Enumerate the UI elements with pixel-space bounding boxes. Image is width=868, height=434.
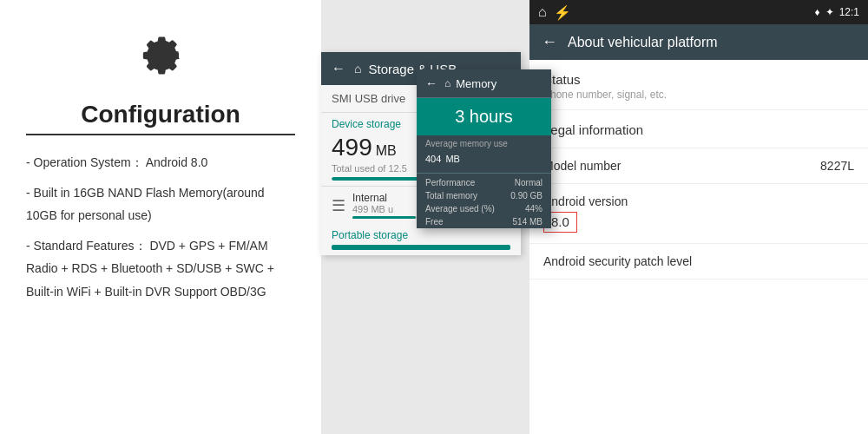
- gear-icon: [130, 26, 191, 90]
- avg-pct-value: 44%: [525, 204, 542, 214]
- model-number-value: 8227L: [820, 159, 854, 173]
- config-divider: [26, 134, 295, 135]
- memory-home-icon[interactable]: ⌂: [444, 77, 450, 89]
- storage-home-icon[interactable]: ⌂: [354, 62, 361, 76]
- memory-avg-number: 404: [425, 154, 441, 164]
- memory-avg-unit: MB: [445, 154, 460, 164]
- model-number-label: Model number: [543, 159, 621, 173]
- memory-free-row: Free 514 MB: [417, 215, 551, 228]
- memory-avg-pct-row: Average used (%) 44%: [417, 202, 551, 215]
- memory-title: Memory: [456, 77, 496, 90]
- memory-header: ← ⌂ Memory: [417, 69, 551, 98]
- perf-label: Performance: [425, 178, 475, 187]
- legal-title: Legal information: [543, 122, 854, 137]
- config-item-1: - Built in 16GB NAND Flash Memory(around…: [26, 181, 295, 227]
- portable-bar: [332, 245, 510, 250]
- free-label: Free: [425, 217, 444, 227]
- location-icon: ♦: [815, 6, 820, 18]
- storage-back-button[interactable]: ←: [332, 61, 345, 76]
- memory-avg-value: 404 MB: [417, 148, 551, 170]
- memory-avg-label: Average memory use: [417, 135, 551, 148]
- config-title: Configuration: [81, 101, 240, 128]
- android-version-label: Android version: [543, 194, 628, 208]
- status-title: Status: [543, 72, 854, 87]
- memory-hours-display: 3 hours: [417, 98, 551, 135]
- free-value: 514 MB: [513, 217, 542, 227]
- config-list: - Operation System： Android 8.0 - Built …: [26, 151, 295, 311]
- usb-icon: ⚡: [554, 4, 571, 21]
- bluetooth-icon: ✦: [825, 6, 834, 18]
- status-sub: Phone number, signal, etc.: [543, 89, 854, 101]
- memory-perf-row: Performance Normal: [417, 176, 551, 189]
- security-patch-label: Android security patch level: [543, 254, 854, 268]
- storage-unit: MB: [376, 143, 397, 159]
- about-header-title: About vehicular platform: [568, 35, 718, 50]
- storage-number: 499: [332, 134, 372, 161]
- config-item-0: - Operation System： Android 8.0: [26, 151, 295, 174]
- model-number-row[interactable]: Model number 8227L: [529, 148, 868, 184]
- statusbar-right-icons: ♦ ✦ 12:1: [815, 6, 859, 18]
- android-version-info: Android version 8.0: [543, 194, 628, 233]
- about-header: ← About vehicular platform: [529, 24, 868, 60]
- memory-divider: [417, 173, 551, 174]
- statusbar-left-icons: ⌂ ⚡: [538, 4, 571, 21]
- time-display: 12:1: [839, 6, 859, 18]
- memory-panel: ← ⌂ Memory 3 hours Average memory use 40…: [417, 69, 551, 228]
- home-status-icon: ⌂: [538, 4, 547, 20]
- internal-storage-icon: ☰: [332, 196, 345, 215]
- middle-area: ← ⌂ Storage & USB SMI USB drive Device s…: [321, 0, 529, 434]
- perf-value: Normal: [515, 178, 542, 187]
- internal-bar-fill: [352, 216, 416, 219]
- config-item-2: - Standard Features： DVD + GPS + FM/AM R…: [26, 234, 295, 304]
- about-back-button[interactable]: ←: [542, 33, 557, 51]
- android-version-number: 8.0: [551, 214, 569, 229]
- right-panel: ⌂ ⚡ ♦ ✦ 12:1 ← About vehicular platform …: [529, 0, 868, 434]
- left-panel: Configuration - Operation System： Androi…: [0, 0, 321, 434]
- status-bar: ⌂ ⚡ ♦ ✦ 12:1: [529, 0, 868, 24]
- security-patch-row[interactable]: Android security patch level: [529, 244, 868, 279]
- avg-pct-label: Average used (%): [425, 204, 495, 214]
- about-content: Status Phone number, signal, etc. Legal …: [529, 60, 868, 434]
- total-value: 0.90 GB: [510, 191, 542, 201]
- status-section[interactable]: Status Phone number, signal, etc.: [529, 60, 868, 110]
- android-version-row[interactable]: Android version 8.0: [529, 184, 868, 244]
- memory-back-button[interactable]: ←: [425, 76, 437, 90]
- total-label: Total memory: [425, 191, 477, 201]
- legal-section[interactable]: Legal information: [529, 110, 868, 148]
- memory-total-row: Total memory 0.90 GB: [417, 189, 551, 202]
